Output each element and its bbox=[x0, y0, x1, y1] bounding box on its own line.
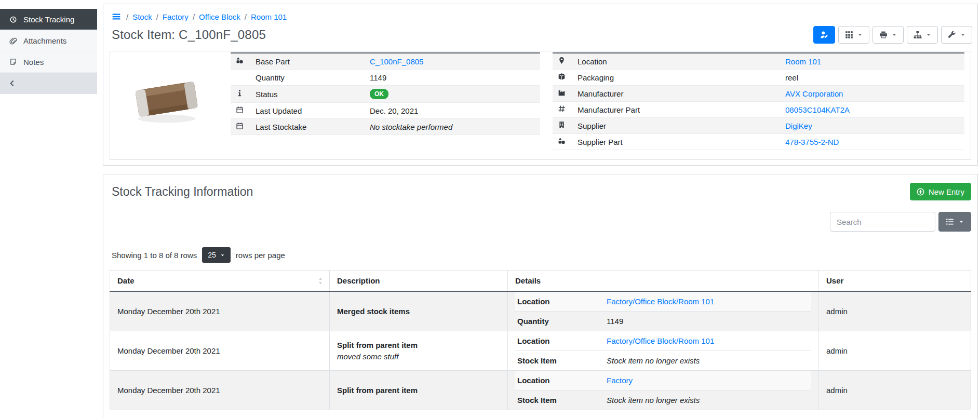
breadcrumb: /Stock/Factory/Office Block/Room 101 bbox=[122, 12, 287, 21]
new-entry-button[interactable]: New Entry bbox=[910, 183, 971, 200]
main-content: /Stock/Factory/Office Block/Room 101 Sto… bbox=[103, 4, 978, 418]
column-label: Details bbox=[515, 276, 541, 285]
tracking-table-body: Monday December 20th 2021Merged stock it… bbox=[110, 291, 971, 410]
info-row: LocationRoom 101 bbox=[553, 53, 964, 70]
sidebar-item-attachments[interactable]: Attachments bbox=[0, 30, 97, 51]
breadcrumb-link[interactable]: Office Block bbox=[199, 12, 240, 21]
stock-info-card: Base PartC_100nF_0805Quantity1149StatusO… bbox=[110, 51, 971, 160]
description-text: Merged stock items bbox=[337, 307, 500, 316]
date-cell: Monday December 20th 2021 bbox=[110, 291, 330, 331]
sidebar-item-label: Stock Tracking bbox=[23, 15, 74, 24]
breadcrumb-link[interactable]: Factory bbox=[163, 12, 189, 21]
caret-down-icon bbox=[926, 32, 931, 37]
page-size-value: 25 bbox=[208, 251, 216, 259]
display-options-button[interactable] bbox=[838, 26, 869, 44]
info-value: reel bbox=[785, 73, 798, 82]
stock-options-button[interactable] bbox=[907, 26, 938, 44]
title-row: Stock Item: C_100nF_0805 bbox=[103, 23, 977, 51]
detail-label: Location bbox=[517, 376, 607, 385]
print-options-button[interactable] bbox=[872, 26, 904, 44]
part-image[interactable] bbox=[126, 60, 208, 138]
info-value: Dec. 20, 2021 bbox=[370, 106, 418, 115]
info-row: Last UpdatedDec. 20, 2021 bbox=[231, 103, 540, 119]
info-label: Packaging bbox=[572, 70, 780, 86]
actions-button[interactable] bbox=[941, 26, 972, 44]
info-row: Last StocktakeNo stocktake performed bbox=[231, 119, 540, 135]
hashtag-icon bbox=[558, 105, 566, 113]
info-label: Base Part bbox=[250, 53, 365, 70]
menu-icon bbox=[112, 12, 121, 21]
info-value-link[interactable]: C_100nF_0805 bbox=[370, 57, 423, 66]
info-value-link[interactable]: 478-3755-2-ND bbox=[785, 138, 839, 146]
user-edit-button[interactable] bbox=[813, 26, 835, 44]
breadcrumb-separator: / bbox=[245, 12, 247, 21]
detail-value: Stock item no longer exists bbox=[607, 396, 700, 404]
menu-button[interactable] bbox=[111, 11, 122, 22]
info-label: Supplier bbox=[572, 118, 780, 134]
date-cell: Monday December 20th 2021 bbox=[110, 331, 330, 371]
breadcrumb-link[interactable]: Stock bbox=[132, 12, 152, 21]
printer-icon bbox=[879, 31, 888, 39]
caret-down-icon bbox=[857, 32, 863, 37]
info-label: Last Updated bbox=[250, 103, 365, 119]
detail-value-link[interactable]: Factory bbox=[607, 376, 633, 385]
caret-down-icon bbox=[959, 219, 964, 224]
info-row: SupplierDigiKey bbox=[553, 118, 964, 134]
caret-down-icon bbox=[220, 253, 225, 258]
sidebar: Stock TrackingAttachmentsNotes bbox=[0, 9, 97, 94]
map-marker-icon bbox=[558, 57, 566, 64]
info-label: Manufacturer bbox=[572, 86, 780, 102]
caret-down-icon bbox=[892, 32, 897, 37]
calendar-icon bbox=[236, 122, 244, 130]
detail-value-link[interactable]: Factory/Office Block/Room 101 bbox=[607, 297, 714, 306]
columns-dropdown-button[interactable] bbox=[938, 212, 971, 232]
detail-value-link[interactable]: Factory/Office Block/Room 101 bbox=[607, 336, 714, 345]
info-label: Quantity bbox=[250, 70, 365, 86]
shapes-icon bbox=[558, 137, 566, 145]
table-controls bbox=[103, 206, 977, 232]
new-entry-label: New Entry bbox=[929, 187, 964, 196]
industry-icon bbox=[558, 89, 566, 97]
sidebar-item-notes[interactable]: Notes bbox=[0, 51, 97, 73]
sidebar-items: Stock TrackingAttachmentsNotes bbox=[0, 9, 97, 73]
description-note: moved some stuff bbox=[337, 352, 500, 361]
info-value-link[interactable]: AVX Corporation bbox=[785, 89, 843, 98]
sidebar-collapse-button[interactable] bbox=[0, 73, 97, 94]
breadcrumb-separator: / bbox=[126, 12, 128, 21]
breadcrumb-link[interactable]: Room 101 bbox=[251, 12, 287, 21]
sort-icon[interactable] bbox=[317, 277, 324, 285]
user-cell: admin bbox=[819, 371, 971, 410]
building-icon bbox=[558, 121, 566, 129]
info-row: Base PartC_100nF_0805 bbox=[231, 53, 540, 70]
column-label: Description bbox=[337, 276, 380, 285]
calendar-icon bbox=[236, 106, 244, 114]
info-value-link[interactable]: 08053C104KAT2A bbox=[785, 105, 850, 114]
header-toolbar bbox=[813, 26, 972, 44]
date-cell: Monday December 20th 2021 bbox=[110, 371, 330, 410]
column-header-date[interactable]: Date bbox=[110, 271, 330, 292]
tracking-row: Monday December 20th 2021Split from pare… bbox=[110, 331, 971, 371]
page-title: Stock Item: C_100nF_0805 bbox=[112, 28, 266, 42]
detail-label: Stock Item bbox=[517, 396, 607, 404]
column-label: Date bbox=[117, 276, 135, 285]
column-label: User bbox=[826, 276, 843, 285]
description-cell: Split from parent item bbox=[330, 371, 508, 410]
info-value-link[interactable]: Room 101 bbox=[785, 57, 821, 66]
info-value: No stocktake performed bbox=[370, 123, 452, 131]
page-size-dropdown[interactable]: 25 bbox=[202, 247, 231, 263]
info-value-link[interactable]: DigiKey bbox=[785, 122, 812, 130]
description-cell: Split from parent itemmoved some stuff bbox=[330, 331, 508, 371]
column-header-user: User bbox=[819, 271, 971, 292]
info-row: Packagingreel bbox=[553, 70, 964, 86]
search-input[interactable] bbox=[830, 212, 935, 232]
tracking-row: Monday December 20th 2021Merged stock it… bbox=[110, 291, 971, 331]
detail-row: Quantity1149 bbox=[515, 312, 811, 331]
sidebar-item-stock-tracking[interactable]: Stock Tracking bbox=[0, 9, 97, 30]
status-badge: OK bbox=[370, 89, 388, 99]
column-header-details: Details bbox=[508, 271, 819, 292]
user-cell: admin bbox=[819, 291, 971, 331]
history-icon bbox=[8, 16, 18, 23]
sitemap-icon bbox=[914, 31, 922, 39]
detail-row: LocationFactory bbox=[515, 371, 811, 390]
info-icon bbox=[236, 89, 244, 97]
